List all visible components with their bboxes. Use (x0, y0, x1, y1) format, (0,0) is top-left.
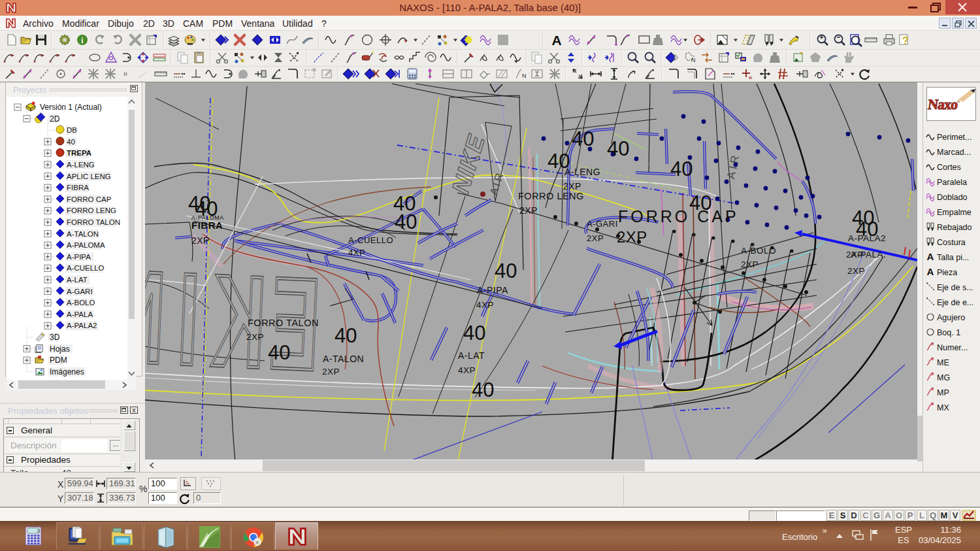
svg-text:AIR: AIR (487, 170, 506, 197)
svg-text:A: A (551, 33, 561, 48)
svg-text:A-PIPA: A-PIPA (477, 285, 508, 295)
svg-text:2XP: 2XP (191, 235, 210, 246)
svg-text:4XP: 4XP (458, 365, 476, 375)
svg-text:AIR: AIR (725, 152, 742, 180)
svg-text:?: ? (902, 35, 909, 46)
svg-text:4XP: 4XP (348, 248, 365, 258)
svg-text:Hojas: Hojas (50, 344, 70, 354)
svg-text:A-PALOMA: A-PALOMA (67, 241, 105, 249)
svg-text:40: 40 (472, 378, 494, 401)
svg-text:Imágenes: Imágenes (50, 367, 84, 376)
svg-text:N: N (522, 73, 527, 79)
svg-text:2D: 2D (50, 114, 60, 124)
svg-text:40: 40 (572, 127, 594, 150)
svg-text:2XP: 2XP (246, 332, 264, 342)
svg-text:3D: 3D (50, 333, 60, 342)
svg-text:Naxo: Naxo (927, 96, 958, 112)
svg-text:0: 0 (37, 529, 40, 533)
svg-text:A-PALA: A-PALA (67, 310, 93, 318)
svg-text:40: 40 (268, 341, 290, 364)
svg-text:A-LAT: A-LAT (458, 350, 485, 361)
svg-text:A-PALA2: A-PALA2 (67, 322, 97, 329)
svg-text:2XP: 2XP (519, 205, 538, 216)
svg-text:4XP: 4XP (476, 300, 494, 310)
svg-text:FIBRA: FIBRA (67, 184, 89, 192)
svg-text:I: I (175, 245, 202, 392)
svg-text:A-GARI: A-GARI (67, 288, 93, 295)
svg-text:N: N (145, 242, 168, 391)
svg-text:A: A (927, 252, 934, 262)
svg-text:A-LENG: A-LENG (67, 161, 95, 169)
svg-text:2XP: 2XP (587, 233, 604, 243)
svg-text:A-LAT: A-LAT (67, 276, 88, 284)
svg-text:A-CUELLO: A-CUELLO (67, 264, 105, 272)
svg-text:FORRO TALON: FORRO TALON (248, 318, 319, 328)
svg-text:A-LENG: A-LENG (564, 167, 600, 177)
svg-text:A-TALON: A-TALON (323, 354, 364, 364)
svg-text:A-BOLO: A-BOLO (741, 246, 776, 256)
svg-text:40: 40 (670, 158, 693, 180)
svg-text:A-PALA2: A-PALA2 (848, 233, 886, 243)
svg-text:2XP: 2XP (563, 181, 581, 192)
svg-text:2XP: 2XP (741, 259, 759, 269)
svg-text:APLIC LENG: APLIC LENG (67, 173, 111, 180)
svg-text:NIKE: NIKE (447, 131, 490, 197)
svg-text:A: A (927, 267, 934, 277)
svg-text:DB: DB (67, 126, 77, 134)
svg-text:FORRO TALON: FORRO TALON (67, 218, 120, 226)
svg-text:TREPA: TREPA (67, 149, 91, 157)
svg-text:2XP: 2XP (322, 367, 340, 376)
svg-text:N: N (691, 57, 696, 63)
svg-text:40: 40 (335, 324, 357, 347)
svg-text:A-CUELLO: A-CUELLO (348, 235, 393, 245)
svg-text:e: e (256, 540, 259, 544)
svg-text:A-PALA.: A-PALA. (851, 250, 886, 259)
svg-text:FORRO LENG: FORRO LENG (518, 191, 584, 201)
svg-text:A-PIPA: A-PIPA (67, 253, 91, 261)
svg-text:A-TALON: A-TALON (67, 230, 99, 238)
svg-text:PDM: PDM (50, 356, 67, 365)
svg-text:FORRO CAP: FORRO CAP (67, 195, 112, 203)
svg-text:2XP: 2XP (847, 266, 865, 276)
svg-text:2XP: 2XP (617, 228, 647, 246)
svg-text:40: 40 (393, 192, 416, 215)
svg-text:Versión 1 (Actual): Versión 1 (Actual) (40, 103, 102, 112)
svg-text:A-GARI: A-GARI (587, 219, 618, 229)
svg-text:40: 40 (495, 259, 517, 282)
svg-text:A-BOLO: A-BOLO (67, 299, 95, 307)
svg-text:FIBRA: FIBRA (191, 220, 223, 231)
svg-text:40: 40 (67, 138, 75, 146)
svg-text:FORRO LENG: FORRO LENG (67, 207, 116, 214)
svg-text:40: 40 (463, 322, 485, 344)
svg-text:FORRO CAP: FORRO CAP (618, 207, 739, 225)
svg-text:40: 40 (607, 137, 629, 160)
